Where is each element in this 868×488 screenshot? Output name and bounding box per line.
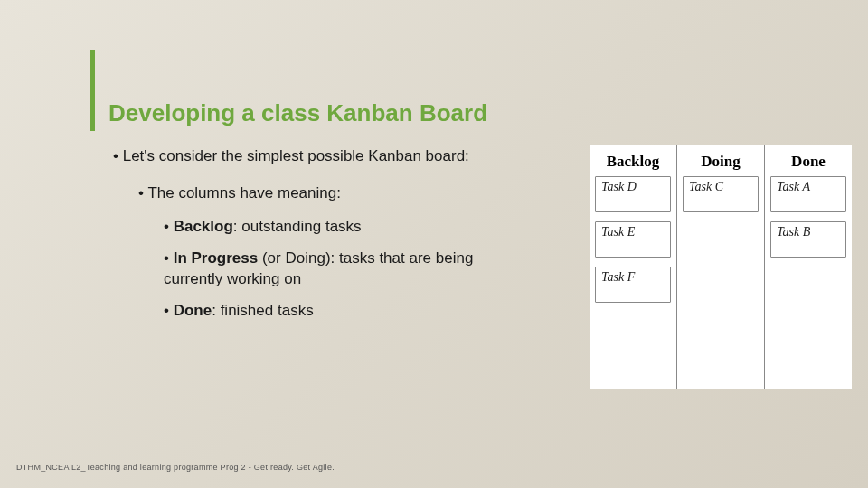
kanban-column-backlog: Backlog Task D Task E Task F xyxy=(590,145,677,389)
column-header: Doing xyxy=(683,149,759,176)
term-done: Done xyxy=(174,302,212,319)
task-card: Task E xyxy=(595,221,671,258)
term-inprogress: In Progress xyxy=(174,249,259,267)
bullet-level3: In Progress (or Doing): tasks that are b… xyxy=(164,249,502,290)
task-card: Task A xyxy=(770,176,846,212)
accent-bar xyxy=(90,50,95,131)
kanban-column-doing: Doing Task C xyxy=(677,145,765,389)
desc-backlog: : outstanding tasks xyxy=(233,218,362,235)
slide-title: Developing a class Kanban Board xyxy=(108,99,487,127)
footer-text: DTHM_NCEA L2_Teaching and learning progr… xyxy=(16,463,335,472)
term-backlog: Backlog xyxy=(174,218,233,235)
slide-body: Let's consider the simplest possible Kan… xyxy=(113,146,502,333)
bullet-level2: The columns have meaning: xyxy=(138,183,502,204)
bullet-level3: Done: finished tasks xyxy=(164,301,502,322)
desc-done: : finished tasks xyxy=(212,302,313,319)
kanban-diagram: Backlog Task D Task E Task F Doing Task … xyxy=(590,145,852,389)
task-card: Task D xyxy=(595,176,671,212)
kanban-column-done: Done Task A Task B xyxy=(765,145,852,389)
bullet-level1: Let's consider the simplest possible Kan… xyxy=(113,146,502,167)
task-card: Task C xyxy=(683,176,759,212)
column-header: Backlog xyxy=(595,149,671,176)
column-header: Done xyxy=(770,149,846,176)
task-card: Task F xyxy=(595,267,671,303)
bullet-level3: Backlog: outstanding tasks xyxy=(164,217,502,238)
task-card: Task B xyxy=(770,221,846,258)
